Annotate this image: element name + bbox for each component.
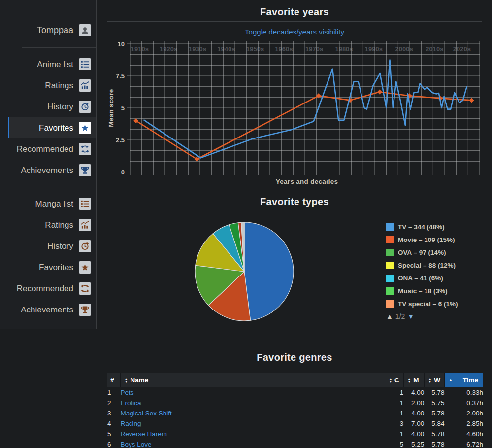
sidebar-item-anime-favorites[interactable]: Favorites bbox=[8, 117, 96, 138]
sidebar-item-manga-recommended[interactable]: Recommended bbox=[0, 278, 96, 299]
svg-text:1970s: 1970s bbox=[305, 45, 323, 53]
genre-mean: 4.00 bbox=[403, 429, 424, 439]
sidebar-item-label: Recommended bbox=[17, 284, 73, 294]
sidebar-item-manga-favorites[interactable]: Favorites bbox=[0, 257, 96, 278]
svg-text:7.5: 7.5 bbox=[116, 72, 125, 80]
svg-text:1920s: 1920s bbox=[160, 45, 177, 53]
legend-label: TV special – 6 (1%) bbox=[398, 300, 458, 308]
legend-swatch bbox=[386, 262, 394, 269]
genre-count: 1 bbox=[385, 429, 403, 439]
legend-item-ona: ONA – 41 (6%) bbox=[386, 272, 475, 284]
column-header-name[interactable]: ▲▼Name bbox=[121, 373, 385, 387]
genre-link[interactable]: Erotica bbox=[121, 399, 141, 407]
legend-label: Special – 88 (12%) bbox=[398, 262, 456, 269]
table-row: 2 Erotica 1 2.00 5.75 0.37h bbox=[107, 398, 483, 408]
genre-name-cell: Erotica bbox=[121, 398, 385, 408]
sort-ascending-icon: ▲ bbox=[449, 378, 453, 382]
list-icon bbox=[79, 58, 91, 70]
table-header-row: # ▲▼Name ▲▼C ▲▼M ▲▼W ▲Time bbox=[107, 373, 483, 387]
legend-item-movie: Movie – 109 (15%) bbox=[386, 233, 475, 246]
genre-rank: 6 bbox=[107, 439, 121, 448]
star-icon bbox=[79, 261, 91, 274]
table-row: 3 Magical Sex Shift 1 4.00 5.78 2.00h bbox=[107, 408, 483, 418]
sidebar-divider bbox=[22, 47, 96, 48]
section-divider bbox=[107, 367, 482, 367]
column-header-m[interactable]: ▲▼M bbox=[403, 373, 424, 387]
history-icon bbox=[79, 101, 91, 113]
genre-count: 1 bbox=[385, 398, 403, 408]
genre-name-cell: Pets bbox=[121, 387, 385, 398]
genre-time: 0.37h bbox=[445, 398, 484, 408]
svg-text:Mean score: Mean score bbox=[107, 89, 115, 127]
sidebar-item-label: History bbox=[47, 102, 73, 112]
favorite-years-section: Favorite years Toggle decades/years visi… bbox=[107, 6, 482, 188]
genre-weighted: 5.78 bbox=[424, 439, 444, 448]
avatar-icon bbox=[79, 24, 91, 36]
column-header-c[interactable]: ▲▼C bbox=[385, 373, 403, 387]
sidebar-item-manga-history[interactable]: History bbox=[0, 236, 96, 257]
bar-chart-icon bbox=[79, 219, 91, 231]
sidebar-item-anime-ratings[interactable]: Ratings bbox=[0, 75, 96, 96]
svg-text:1950s: 1950s bbox=[246, 45, 264, 53]
genre-weighted: 5.78 bbox=[424, 429, 444, 439]
genre-rank: 4 bbox=[107, 418, 121, 429]
sidebar-item-label: Favorites bbox=[39, 263, 73, 273]
main-content: Favorite years Toggle decades/years visi… bbox=[97, 0, 492, 448]
sidebar-item-manga-list[interactable]: Manga list bbox=[0, 193, 96, 214]
recommend-icon bbox=[79, 282, 91, 295]
sidebar-divider bbox=[22, 187, 96, 187]
genre-time: 2.85h bbox=[445, 418, 484, 429]
svg-text:1910s: 1910s bbox=[131, 45, 149, 53]
svg-text:2.5: 2.5 bbox=[116, 137, 125, 144]
svg-text:Years and decades: Years and decades bbox=[276, 178, 338, 185]
section-divider bbox=[107, 211, 482, 211]
types-pie-chart bbox=[192, 219, 296, 324]
years-line-chart: 1910s1920s1930s1940s1950s1960s1970s1980s… bbox=[107, 40, 482, 188]
genre-link[interactable]: Boys Love bbox=[121, 441, 152, 448]
sidebar-item-anime-achievements[interactable]: Achievements bbox=[0, 160, 96, 181]
sidebar-item-manga-achievements[interactable]: Achievements bbox=[0, 299, 96, 320]
legend-label: Music – 18 (3%) bbox=[398, 287, 448, 295]
genre-link[interactable]: Magical Sex Shift bbox=[121, 410, 172, 417]
sidebar-item-label: Manga list bbox=[35, 199, 73, 209]
table-row: 6 Boys Love 5 5.25 5.78 6.72h bbox=[107, 439, 483, 448]
sort-icon: ▲▼ bbox=[408, 378, 411, 383]
genre-weighted: 5.75 bbox=[424, 398, 444, 408]
column-header-w[interactable]: ▲▼W bbox=[424, 373, 444, 387]
svg-text:5: 5 bbox=[121, 104, 125, 112]
star-icon bbox=[79, 122, 91, 134]
sidebar-item-label: Anime list bbox=[37, 60, 73, 69]
page-up-arrow[interactable]: ▲ bbox=[386, 312, 393, 320]
genre-count: 1 bbox=[385, 387, 403, 398]
svg-text:2010s: 2010s bbox=[426, 45, 443, 53]
genre-link[interactable]: Pets bbox=[121, 389, 134, 396]
genre-link[interactable]: Reverse Harem bbox=[121, 430, 167, 438]
genre-mean: 7.00 bbox=[403, 418, 424, 429]
genre-mean: 5.25 bbox=[403, 439, 424, 448]
svg-text:1940s: 1940s bbox=[217, 45, 235, 53]
sidebar-item-manga-ratings[interactable]: Ratings bbox=[0, 214, 96, 236]
favorite-genres-title: Favorite genres bbox=[107, 352, 482, 363]
sidebar-item-anime-list[interactable]: Anime list bbox=[0, 54, 96, 75]
column-header-time[interactable]: ▲Time bbox=[445, 373, 484, 387]
sort-icon: ▲▼ bbox=[125, 378, 128, 383]
genre-link[interactable]: Racing bbox=[121, 420, 141, 427]
sidebar-item-anime-recommended[interactable]: Recommended bbox=[0, 138, 96, 160]
page-down-arrow[interactable]: ▼ bbox=[407, 312, 414, 320]
sidebar-item-label: Ratings bbox=[45, 220, 73, 230]
genre-weighted: 5.78 bbox=[424, 408, 444, 418]
favorite-genres-section: Favorite genres # ▲▼Name ▲▼C ▲▼M ▲▼W ▲Ti… bbox=[107, 352, 482, 448]
genre-time: 0.33h bbox=[445, 387, 484, 398]
bar-chart-icon bbox=[79, 79, 91, 92]
sidebar-item-label: Recommended bbox=[17, 144, 73, 154]
sidebar: Tomppaa Anime list Ratings History Fa bbox=[0, 0, 97, 329]
sidebar-item-anime-history[interactable]: History bbox=[0, 96, 96, 117]
legend-item-special: Special – 88 (12%) bbox=[386, 259, 475, 272]
table-row: 5 Reverse Harem 1 4.00 5.78 4.60h bbox=[107, 429, 483, 439]
svg-text:1930s: 1930s bbox=[189, 45, 206, 53]
legend-swatch bbox=[386, 249, 394, 256]
profile-item[interactable]: Tomppaa bbox=[0, 19, 96, 41]
username-label: Tomppaa bbox=[37, 25, 73, 35]
genre-name-cell: Boys Love bbox=[121, 439, 385, 448]
toggle-visibility-link[interactable]: Toggle decades/years visibility bbox=[107, 28, 482, 36]
